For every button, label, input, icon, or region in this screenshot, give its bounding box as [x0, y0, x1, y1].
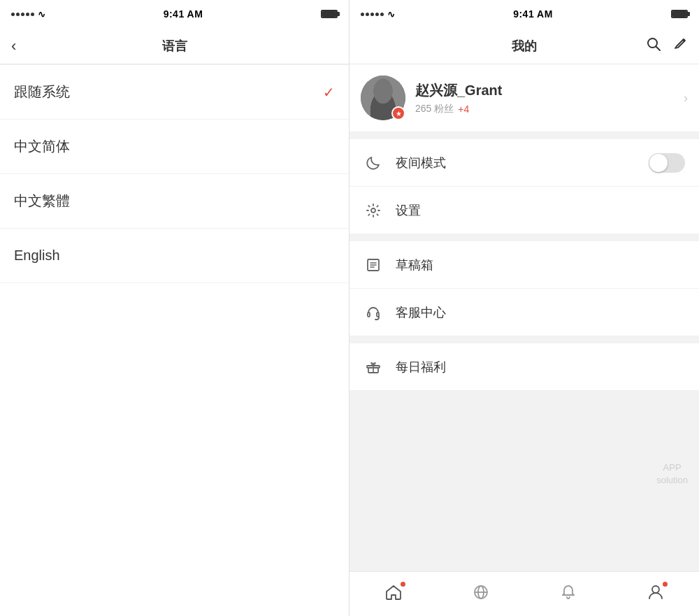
- settings-icon: [363, 201, 383, 220]
- svg-line-1: [656, 47, 661, 51]
- search-icon[interactable]: [646, 36, 661, 55]
- explore-icon: [472, 583, 490, 606]
- left-status-bar: ∿ 9:41 AM: [0, 0, 349, 28]
- avatar-wrapper: ★: [361, 76, 405, 120]
- chevron-right-icon: ›: [684, 91, 688, 106]
- svg-point-16: [652, 586, 659, 593]
- svg-point-3: [371, 208, 375, 213]
- wifi-icon-right: ∿: [387, 9, 395, 20]
- back-button[interactable]: ‹: [11, 37, 16, 55]
- home-icon: [384, 583, 403, 606]
- profile-stats: 265 粉丝 +4: [415, 103, 674, 115]
- profile-info: 赵兴源_Grant 265 粉丝 +4: [415, 81, 674, 115]
- daily-benefits-label: 每日福利: [396, 359, 685, 375]
- menu-item-daily-benefits[interactable]: 每日福利: [350, 343, 699, 391]
- left-signal: ∿: [11, 9, 45, 20]
- toggle-knob: [649, 154, 668, 172]
- customer-service-label: 客服中心: [396, 304, 685, 321]
- headset-icon: [363, 303, 383, 322]
- drafts-label: 草稿箱: [396, 257, 685, 273]
- menu-item-settings[interactable]: 设置: [350, 187, 699, 234]
- lang-item-english[interactable]: English: [0, 229, 349, 283]
- menu-item-customer-service[interactable]: 客服中心: [350, 289, 699, 336]
- right-signal-dots: [361, 13, 384, 16]
- signal-dots: [11, 13, 34, 16]
- menu-item-drafts[interactable]: 草稿箱: [350, 241, 699, 289]
- settings-label: 设置: [396, 202, 685, 219]
- profile-tab-icon: [647, 583, 665, 606]
- nav-actions: [646, 36, 688, 55]
- menu-section: 夜间模式 设置: [350, 139, 699, 391]
- notifications-icon: [559, 583, 577, 606]
- right-status-bar: ∿ 9:41 AM: [350, 0, 699, 28]
- night-mode-toggle[interactable]: [649, 153, 685, 173]
- tab-notifications[interactable]: [524, 583, 612, 606]
- right-panel: ∿ 9:41 AM 我的: [350, 0, 699, 616]
- night-mode-label: 夜间模式: [396, 155, 636, 171]
- gift-icon: [363, 357, 383, 377]
- section-divider-2: [350, 234, 699, 241]
- lang-item-simplified-chinese[interactable]: 中文简体: [0, 120, 349, 174]
- left-nav-bar: ‹ 语言: [0, 28, 349, 64]
- left-battery-icon: [321, 10, 338, 18]
- section-divider-1: [350, 132, 699, 139]
- tab-bar: [350, 571, 699, 616]
- edit-icon[interactable]: [672, 36, 688, 55]
- followers-count: 265 粉丝: [415, 103, 454, 115]
- profile-section[interactable]: ★ 赵兴源_Grant 265 粉丝 +4 ›: [350, 64, 699, 132]
- right-time: 9:41 AM: [513, 8, 553, 20]
- check-icon: ✓: [323, 84, 335, 101]
- profile-notification-dot: [663, 582, 668, 587]
- badge-star-icon: ★: [396, 110, 402, 117]
- right-signal: ∿: [361, 9, 395, 20]
- right-nav-title: 我的: [512, 38, 537, 55]
- tab-explore[interactable]: [437, 583, 524, 606]
- profile-name: 赵兴源_Grant: [415, 81, 674, 100]
- right-nav-bar: 我的: [350, 28, 699, 64]
- lang-item-traditional-chinese[interactable]: 中文繁體: [0, 174, 349, 229]
- menu-item-night-mode[interactable]: 夜间模式: [350, 139, 699, 187]
- avatar-badge: ★: [391, 106, 405, 120]
- home-notification-dot: [401, 582, 405, 587]
- draft-icon: [363, 255, 383, 275]
- language-list: 跟随系统 ✓ 中文简体 中文繁體 English: [0, 65, 349, 616]
- svg-rect-8: [368, 313, 370, 317]
- moon-icon: [363, 153, 383, 173]
- left-time: 9:41 AM: [164, 8, 203, 20]
- tab-profile[interactable]: [612, 583, 699, 606]
- profile-plus: +4: [458, 103, 469, 115]
- tab-home[interactable]: [350, 583, 437, 606]
- left-nav-title: 语言: [162, 38, 187, 55]
- section-divider-3: [350, 336, 699, 343]
- left-panel: ∿ 9:41 AM ‹ 语言 跟随系统 ✓ 中文简体 中文繁體 English: [0, 0, 350, 616]
- lang-item-follow-system[interactable]: 跟随系统 ✓: [0, 65, 349, 120]
- watermark-text: APP solution: [656, 461, 688, 487]
- right-battery-icon: [671, 10, 688, 18]
- wifi-icon-left: ∿: [38, 9, 45, 20]
- watermark-area: APP solution: [350, 391, 699, 571]
- svg-rect-9: [377, 313, 379, 317]
